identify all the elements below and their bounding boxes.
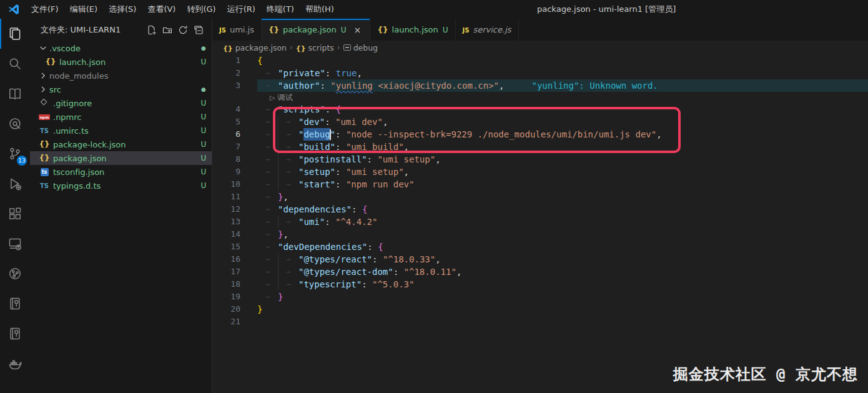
code-line-4[interactable]: 4→"scripts": {	[212, 103, 868, 116]
line-number[interactable]: 19	[212, 291, 257, 303]
line-number[interactable]: 6	[212, 128, 257, 141]
breadcrumb-separator-icon: ›	[337, 43, 340, 52]
remote-explorer-icon[interactable]	[0, 229, 30, 259]
token: :	[325, 116, 335, 128]
tree-item-.npmrc[interactable]: npm.npmrcU	[30, 110, 212, 124]
code-line-14[interactable]: 14→},	[212, 228, 868, 241]
code-line-9[interactable]: 9→→"setup": "umi setup",	[212, 166, 868, 178]
breadcrumb-item-scripts[interactable]: {}scripts	[296, 43, 334, 52]
line-number[interactable]: 20	[212, 303, 257, 316]
line-number[interactable]: 18	[212, 278, 257, 291]
line-number[interactable]: 8	[212, 153, 257, 166]
tree-item-src[interactable]: src●	[30, 82, 212, 96]
code-line-12[interactable]: 12→"dependencies": {	[212, 203, 868, 216]
tree-item-node_modules[interactable]: node_modules	[30, 69, 212, 82]
code-line-11[interactable]: 11→},	[212, 191, 868, 203]
line-content: →"devDependencies": {	[257, 241, 868, 253]
line-number[interactable]: 11	[212, 191, 257, 203]
collapse-all-icon[interactable]	[192, 23, 205, 37]
code-line-8[interactable]: 8→→"postinstall": "umi setup",	[212, 153, 868, 166]
line-number[interactable]: 1	[212, 54, 257, 67]
line-number[interactable]: 14	[212, 228, 257, 241]
tab-service.js[interactable]: JSservice.js	[456, 19, 519, 41]
git-status-badge: U	[195, 126, 212, 135]
new-folder-icon[interactable]	[160, 23, 174, 37]
code-line-6[interactable]: 6→→"debug": "node --inspect-brk=9229 ./n…	[212, 128, 868, 141]
line-number[interactable]: 9	[212, 166, 257, 178]
explorer-section-header[interactable]: 文件夹: UMI-LEARN1	[30, 19, 212, 41]
tree-item-tsconfig.json[interactable]: tstsconfig.jsonU	[30, 165, 212, 179]
close-icon[interactable]: ×	[352, 25, 363, 35]
extensions-icon[interactable]	[0, 199, 30, 229]
line-number[interactable]: 17	[212, 266, 257, 278]
code-line-15[interactable]: 15→"devDependencies": {	[212, 241, 868, 253]
line-number[interactable]: 5	[212, 116, 257, 128]
notebook-tree-1-icon[interactable]	[0, 289, 30, 319]
line-number[interactable]: 4	[212, 103, 257, 116]
code-line-20[interactable]: 20}	[212, 303, 868, 316]
book-reader-icon[interactable]	[0, 79, 30, 109]
line-number[interactable]: 15	[212, 241, 257, 253]
line-number[interactable]: 7	[212, 141, 257, 153]
code-editor[interactable]: 1{2→"private": true,3→"author": "yunling…	[212, 54, 868, 393]
tree-item-package.json[interactable]: {}package.jsonU	[30, 151, 212, 165]
menu-转到[interactable]: 转到(G)	[181, 0, 221, 19]
explorer-icon[interactable]	[0, 19, 30, 49]
new-file-icon[interactable]	[145, 23, 159, 37]
line-number[interactable]: 13	[212, 216, 257, 228]
code-line-19[interactable]: 19→}	[212, 291, 868, 303]
code-line-16[interactable]: 16→→"@types/react": "^18.0.33",	[212, 253, 868, 266]
token: ,	[383, 116, 388, 128]
whitespace-tab-icon: →	[278, 166, 298, 178]
code-line-13[interactable]: 13→→"umi": "^4.4.2"	[212, 216, 868, 228]
breadcrumb-item-debug[interactable]: debug	[343, 43, 378, 52]
breadcrumb-item-package.json[interactable]: {}package.json	[223, 43, 287, 52]
line-number[interactable]: 10	[212, 178, 257, 191]
menu-终端[interactable]: 终端(T)	[261, 0, 300, 19]
code-line-1[interactable]: 1{	[212, 54, 868, 67]
token: }	[278, 191, 283, 203]
codelens-debug[interactable]: ▷调试	[212, 92, 868, 103]
docker-icon[interactable]	[0, 349, 30, 379]
line-number[interactable]: 3	[212, 79, 257, 92]
menu-文件[interactable]: 文件(F)	[26, 0, 64, 19]
line-number[interactable]: 2	[212, 67, 257, 79]
tree-item-.vscode[interactable]: .vscode●	[30, 41, 212, 55]
tree-item-.umirc.ts[interactable]: TS.umirc.tsU	[30, 124, 212, 137]
notebook-tree-2-icon[interactable]	[0, 319, 30, 349]
line-number[interactable]: 16	[212, 253, 257, 266]
token: "node --inspect-brk=9229 ./node_modules/…	[346, 128, 656, 141]
file-name: .umirc.ts	[53, 126, 195, 136]
menu-帮助[interactable]: 帮助(H)	[300, 0, 340, 19]
tree-item-typings.d.ts[interactable]: TStypings.d.tsU	[30, 179, 212, 192]
menu-编辑[interactable]: 编辑(E)	[64, 0, 103, 19]
git-graph-icon[interactable]	[0, 259, 30, 289]
line-content: →"dependencies": {	[257, 203, 868, 216]
run-debug-icon[interactable]	[0, 169, 30, 199]
tab-umi.js[interactable]: JSumi.js	[212, 19, 262, 41]
menu-选择[interactable]: 选择(S)	[103, 0, 142, 19]
code-line-2[interactable]: 2→"private": true,	[212, 67, 868, 79]
menu-查看[interactable]: 查看(V)	[142, 0, 181, 19]
line-content: }	[257, 303, 868, 316]
code-line-7[interactable]: 7→→"build": "umi build",	[212, 141, 868, 153]
code-line-21[interactable]: 21	[212, 316, 868, 328]
tab-package.json[interactable]: {}package.jsonU×	[262, 19, 370, 41]
code-line-10[interactable]: 10→→"start": "npm run dev"	[212, 178, 868, 191]
gitlens-icon[interactable]	[0, 109, 30, 139]
line-number[interactable]: 12	[212, 203, 257, 216]
code-line-18[interactable]: 18→→"typescript": "^5.0.3"	[212, 278, 868, 291]
whitespace-tab-icon: →	[257, 178, 278, 191]
menu-运行[interactable]: 运行(R)	[222, 0, 261, 19]
code-line-5[interactable]: 5→→"dev": "umi dev",	[212, 116, 868, 128]
code-line-3[interactable]: 3→"author": "yunling <xiaocj@citydo.com.…	[212, 79, 868, 92]
tree-item-launch.json[interactable]: {}launch.jsonU	[30, 55, 212, 69]
tree-item-package-lock.json[interactable]: {}package-lock.jsonU	[30, 137, 212, 151]
tree-item-.gitignore[interactable]: .gitignoreU	[30, 96, 212, 110]
source-control-icon[interactable]: 13	[0, 139, 30, 169]
search-icon[interactable]	[0, 49, 30, 79]
code-line-17[interactable]: 17→→"@types/react-dom": "^18.0.11",	[212, 266, 868, 278]
line-number[interactable]: 21	[212, 316, 257, 328]
tab-launch.json[interactable]: {}launch.jsonU	[370, 19, 455, 41]
refresh-icon[interactable]	[176, 23, 190, 37]
